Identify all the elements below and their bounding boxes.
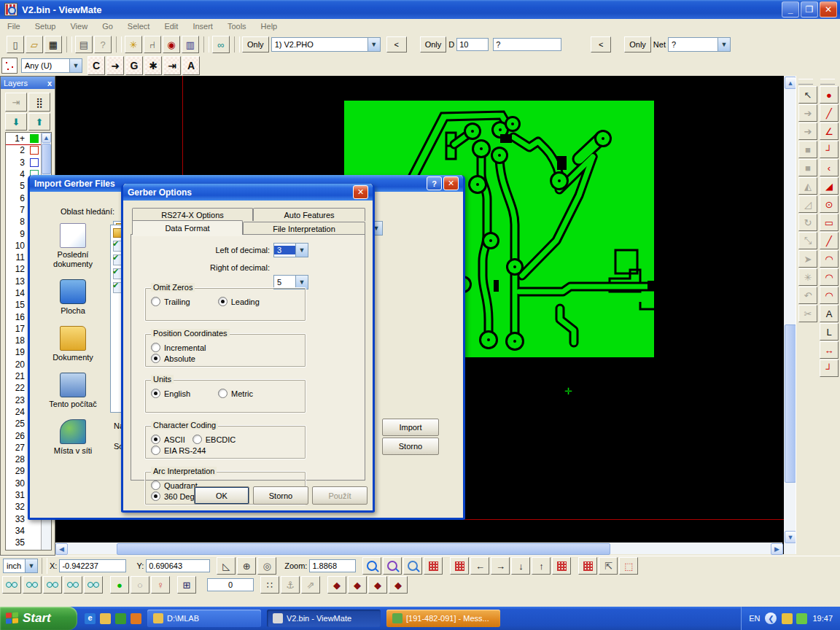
draw-line-icon[interactable]: ╱ bbox=[820, 104, 839, 122]
component-c-icon[interactable]: C bbox=[88, 56, 105, 75]
tray-chevron-icon[interactable]: ❮ bbox=[765, 612, 777, 624]
radio-selected-icon[interactable] bbox=[218, 297, 228, 306]
only-net-button[interactable]: Only bbox=[624, 36, 651, 52]
any-filter-combo[interactable]: Any (U)▼ bbox=[21, 58, 82, 73]
import-button[interactable]: Import bbox=[382, 419, 439, 436]
layer-color-swatch[interactable] bbox=[30, 146, 39, 155]
radio-icon[interactable] bbox=[192, 435, 202, 444]
move-pad-icon[interactable]: ➔ bbox=[798, 104, 817, 122]
draw-pad-icon[interactable]: ● bbox=[820, 86, 839, 104]
grid-small-icon[interactable] bbox=[552, 557, 571, 575]
chevron-down-icon[interactable]: ▼ bbox=[25, 559, 37, 572]
text-a-icon[interactable]: A bbox=[182, 56, 200, 75]
view-edge-glasses-icon[interactable] bbox=[63, 576, 82, 594]
tab-file-interpretation[interactable]: File Interpretation bbox=[243, 222, 365, 235]
layer-color-swatch[interactable] bbox=[30, 526, 39, 535]
fill-rect2-icon[interactable]: ■ bbox=[798, 159, 817, 176]
place-item-5[interactable]: Místa v síti bbox=[40, 419, 106, 456]
rotate-icon[interactable]: ↻ bbox=[798, 214, 817, 231]
text-tool-icon[interactable]: A bbox=[820, 305, 839, 322]
radio-incremental[interactable]: Incremental bbox=[151, 343, 206, 352]
radio-trailing[interactable]: Trailing bbox=[151, 297, 190, 306]
stretch-icon[interactable]: ⇗ bbox=[301, 576, 320, 594]
close-icon[interactable]: x bbox=[47, 79, 52, 88]
save-icon[interactable]: ▦ bbox=[44, 36, 62, 53]
left-of-decimal-combo[interactable]: 3 ▼ bbox=[273, 243, 308, 257]
radio-quadrant[interactable]: Quadrant bbox=[151, 481, 198, 490]
radio-ascii[interactable]: ASCII bbox=[151, 435, 185, 444]
tab-auto-features[interactable]: Auto Features bbox=[253, 208, 365, 221]
layers-scroll-thumb[interactable] bbox=[42, 144, 51, 174]
menu-item-help[interactable]: Help bbox=[254, 20, 285, 32]
menu-item-view[interactable]: View bbox=[63, 20, 95, 32]
notes-tray-icon[interactable] bbox=[782, 613, 793, 624]
radio-selected-icon[interactable] bbox=[151, 389, 160, 398]
flash-pad3-icon[interactable]: ◆ bbox=[368, 576, 387, 594]
canvas-hscrollbar[interactable]: ◀ ▶ bbox=[55, 542, 782, 554]
angle-measure-icon[interactable]: ◺ bbox=[217, 557, 236, 575]
gerber-g-icon[interactable]: G bbox=[125, 56, 143, 75]
dcode-matrix-icon[interactable] bbox=[1, 58, 18, 74]
hscroll-thumb[interactable] bbox=[117, 543, 610, 555]
vscroll-thumb[interactable] bbox=[785, 324, 796, 483]
view-pads-glasses-icon[interactable] bbox=[2, 576, 21, 594]
minimize-button[interactable]: _ bbox=[782, 1, 799, 18]
scroll-up-icon[interactable]: ▲ bbox=[42, 133, 51, 143]
radio-absolute[interactable]: Absolute bbox=[151, 354, 195, 363]
prev-dcode-button[interactable]: < bbox=[386, 36, 407, 52]
menu-item-insert[interactable]: Insert bbox=[185, 20, 220, 32]
menu-item-go[interactable]: Go bbox=[95, 20, 120, 32]
green-app-icon[interactable] bbox=[115, 613, 126, 624]
select-cursor-icon[interactable]: ↖ bbox=[798, 86, 817, 104]
menu-item-tools[interactable]: Tools bbox=[220, 20, 254, 32]
dot-grid-icon[interactable]: ∷ bbox=[260, 576, 279, 594]
ie-icon[interactable]: e bbox=[85, 613, 96, 624]
radio-icon[interactable] bbox=[218, 389, 228, 398]
view-sketch-glasses-icon[interactable] bbox=[84, 576, 103, 594]
fill-rect-icon[interactable]: ■ bbox=[798, 141, 817, 158]
radio-metric[interactable]: Metric bbox=[218, 389, 253, 398]
radio-icon[interactable] bbox=[151, 481, 160, 490]
taskbar-task-2[interactable]: V2.bin - ViewMate bbox=[267, 610, 381, 627]
pan-left-icon[interactable]: ← bbox=[470, 557, 489, 575]
prev-net-button[interactable]: < bbox=[591, 36, 611, 52]
net-select-combo[interactable]: ?▼ bbox=[668, 37, 731, 52]
aperture-flash-icon[interactable]: ✳ bbox=[125, 36, 142, 53]
layer-color-swatch[interactable] bbox=[30, 538, 39, 547]
apply-button[interactable]: Použít bbox=[312, 486, 368, 505]
start-button[interactable]: Start bbox=[0, 607, 77, 630]
pan-down-icon[interactable]: ↓ bbox=[511, 557, 530, 575]
menu-item-edit[interactable]: Edit bbox=[157, 20, 185, 32]
zoom-grid-icon[interactable] bbox=[383, 557, 402, 575]
move-to-icon[interactable]: ➤ bbox=[798, 250, 817, 268]
draw-corner-icon[interactable]: ┘ bbox=[820, 141, 839, 158]
film-colors-icon[interactable]: ▥ bbox=[182, 36, 199, 53]
place-item-1[interactable]: Poslední dokumenty bbox=[40, 223, 106, 269]
help-icon[interactable]: ? bbox=[427, 176, 442, 190]
grid-offset-icon[interactable] bbox=[578, 557, 597, 575]
chevron-down-icon[interactable]: ▼ bbox=[718, 38, 730, 51]
flash-pad2-icon[interactable]: ◆ bbox=[348, 576, 367, 594]
anchor-icon[interactable]: ⚓ bbox=[281, 576, 300, 594]
print-icon[interactable]: ▤ bbox=[75, 36, 93, 53]
close-button[interactable]: ✕ bbox=[820, 1, 837, 18]
move-group-icon[interactable]: ➔ bbox=[798, 122, 817, 140]
scroll-down-icon[interactable]: ▼ bbox=[785, 531, 796, 543]
place-item-3[interactable]: Dokumenty bbox=[40, 326, 106, 362]
measure-glasses-icon[interactable]: ∞ bbox=[212, 36, 230, 53]
menu-item-file[interactable]: File bbox=[0, 20, 28, 32]
layer-up-icon[interactable]: ⬆ bbox=[28, 113, 50, 131]
snap-target-icon[interactable]: ◎ bbox=[257, 557, 276, 575]
radio-selected-icon[interactable] bbox=[151, 435, 160, 444]
language-indicator[interactable]: EN bbox=[749, 614, 760, 623]
trace-arrow-icon[interactable]: ⇥ bbox=[163, 56, 181, 75]
dimension-icon[interactable]: ↔ bbox=[820, 341, 839, 359]
radio-icon[interactable] bbox=[151, 297, 160, 306]
zoom-value-field[interactable]: 1.8868 bbox=[309, 559, 356, 572]
chevron-down-icon[interactable]: ▼ bbox=[69, 59, 82, 72]
cut-icon[interactable]: ✂ bbox=[798, 305, 817, 322]
radio-english[interactable]: English bbox=[151, 389, 190, 398]
grid-full-icon[interactable] bbox=[450, 557, 469, 575]
toolbar-grip[interactable] bbox=[820, 79, 835, 85]
radio-selected-icon[interactable] bbox=[151, 354, 160, 363]
